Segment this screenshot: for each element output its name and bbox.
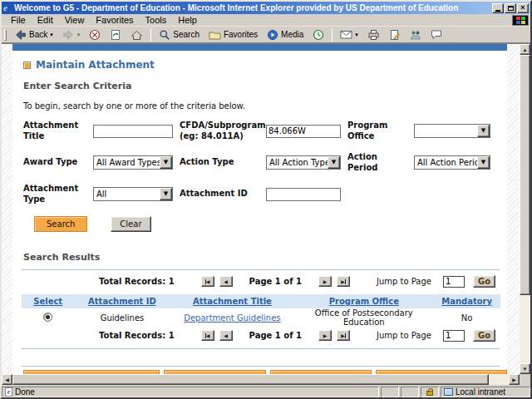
cfda-input[interactable] (266, 125, 341, 138)
next-page-button[interactable]: ▶ (318, 276, 332, 287)
jump-to-page-input[interactable] (443, 276, 465, 288)
menu-tools[interactable]: Tools (140, 15, 173, 25)
ie-document-icon: e (5, 387, 12, 397)
attachment-title-link[interactable]: Department Guidelines (184, 313, 280, 323)
go-button[interactable]: Go (473, 275, 495, 288)
divider (22, 269, 500, 270)
status-bar: e Done Local intranet (2, 385, 530, 397)
favorites-button[interactable]: Favorites (204, 27, 262, 42)
scroll-left-icon[interactable]: ◀ (2, 374, 12, 385)
menu-help[interactable]: Help (172, 15, 203, 25)
refresh-button[interactable] (106, 27, 126, 42)
toolbar-grip[interactable] (4, 29, 7, 41)
attachment-type-select[interactable]: All ▼ (93, 187, 173, 201)
chevron-down-icon[interactable]: ▼ (160, 156, 172, 169)
messenger-button[interactable] (406, 27, 426, 42)
chevron-down-icon[interactable]: ▼ (328, 156, 340, 169)
results-table-header: Select Attachment ID Attachment Title Pr… (22, 294, 500, 308)
menu-edit[interactable]: Edit (32, 15, 59, 25)
last-page-button[interactable]: ▶ (337, 276, 350, 287)
history-button[interactable] (308, 27, 328, 42)
cfda-label: CFDA/Subprogram (eg: 84.011A) (180, 121, 259, 141)
stop-button[interactable] (85, 27, 105, 42)
next-page-icon: ▶ (323, 279, 328, 284)
cell-mandatory: No (461, 313, 473, 323)
search-criteria-form: Attachment Title CFDA/Subprogram (eg: 84… (23, 121, 507, 204)
horizontal-scrollbar[interactable]: ◀ ▶ (2, 374, 530, 385)
select-row-radio[interactable] (43, 313, 52, 322)
scroll-up-icon[interactable]: ▲ (520, 44, 530, 55)
horizontal-scroll-track[interactable] (12, 374, 509, 385)
security-pane (421, 387, 439, 397)
cell-attachment-id: Guidelines (101, 313, 145, 323)
page-info-label: Page 1 of 1 (249, 277, 302, 286)
action-period-label: Action Period (347, 152, 407, 173)
results-table: Select Attachment ID Attachment Title Pr… (22, 294, 500, 324)
first-page-button[interactable]: ◀ (201, 330, 214, 341)
pagination-bottom: Total Records: 1 ◀ ◀ Page 1 of 1 ▶ ▶ Jum… (12, 329, 495, 342)
menu-bar: File Edit View Favorites Tools Help (2, 14, 530, 27)
mail-button[interactable]: ▾ (336, 27, 362, 42)
discuss-button[interactable] (426, 27, 446, 42)
action-period-select[interactable]: All Action Periods ▼ (414, 155, 490, 170)
column-mandatory[interactable]: Mandatory (441, 297, 492, 306)
search-button[interactable]: Search (34, 216, 87, 232)
status-pane-empty (381, 387, 399, 397)
page-info-label: Page 1 of 1 (249, 331, 302, 340)
next-page-button[interactable]: ▶ (318, 330, 332, 341)
print-button[interactable] (363, 27, 384, 42)
home-icon (131, 29, 143, 41)
last-page-button[interactable]: ▶ (337, 330, 350, 341)
favorites-folder-icon (209, 29, 221, 41)
minimize-button[interactable] (492, 3, 504, 13)
padlock-icon (426, 391, 433, 396)
menu-view[interactable]: View (59, 15, 91, 25)
back-button[interactable]: Back ▾ (10, 27, 57, 42)
scroll-down-icon[interactable]: ▼ (520, 363, 530, 374)
column-program-office[interactable]: Program Office (329, 297, 399, 306)
award-type-select[interactable]: All Award Types ▼ (93, 155, 173, 170)
first-page-button[interactable]: ◀ (201, 276, 214, 287)
divider (22, 348, 500, 349)
page-margin-stripe-right (507, 44, 520, 374)
chevron-down-icon[interactable]: ▼ (477, 125, 490, 137)
prev-page-icon: ◀ (224, 279, 228, 284)
vertical-scrollbar[interactable]: ▲ ▼ (520, 44, 530, 374)
intranet-zone-icon (444, 388, 453, 396)
media-icon (267, 29, 278, 41)
home-button[interactable] (126, 27, 147, 42)
clear-button[interactable]: Clear (111, 216, 150, 232)
maintain-attachment-bullet-icon (23, 62, 31, 69)
action-type-select[interactable]: All Action Types ▼ (266, 155, 341, 170)
vertical-scroll-thumb[interactable] (520, 55, 530, 295)
close-button[interactable]: × (517, 3, 529, 13)
prev-page-button[interactable]: ◀ (219, 276, 233, 287)
security-zone-pane: Local intranet (441, 387, 530, 397)
search-button-toolbar[interactable]: Search (155, 27, 204, 42)
scroll-right-icon[interactable]: ▶ (509, 374, 520, 385)
forward-button[interactable]: ▾ (58, 27, 85, 42)
page-title: Maintain Attachment (36, 59, 155, 71)
page-accent-bar (12, 44, 507, 51)
column-attachment-title[interactable]: Attachment Title (193, 297, 272, 306)
restore-button[interactable] (505, 3, 516, 13)
attachment-title-input[interactable] (93, 125, 173, 138)
jump-to-page-input[interactable] (443, 330, 465, 342)
stop-icon (89, 29, 101, 41)
menu-favorites[interactable]: Favorites (90, 15, 139, 25)
program-office-select[interactable]: ▼ (414, 124, 490, 138)
column-attachment-id[interactable]: Attachment ID (88, 297, 156, 306)
go-button[interactable]: Go (473, 329, 495, 342)
chevron-down-icon[interactable]: ▼ (477, 156, 490, 169)
edit-button[interactable] (385, 27, 405, 42)
media-button[interactable]: Media (263, 27, 308, 42)
menu-file[interactable]: File (5, 15, 32, 25)
horizontal-scroll-thumb[interactable] (12, 374, 489, 385)
vertical-scroll-track[interactable] (520, 55, 530, 363)
history-clock-icon (313, 29, 324, 41)
column-select[interactable]: Select (33, 297, 62, 306)
chevron-down-icon[interactable]: ▼ (160, 188, 172, 200)
attachment-id-input[interactable] (266, 188, 341, 201)
attachment-id-label: Attachment ID (180, 189, 259, 200)
prev-page-button[interactable]: ◀ (219, 330, 233, 341)
